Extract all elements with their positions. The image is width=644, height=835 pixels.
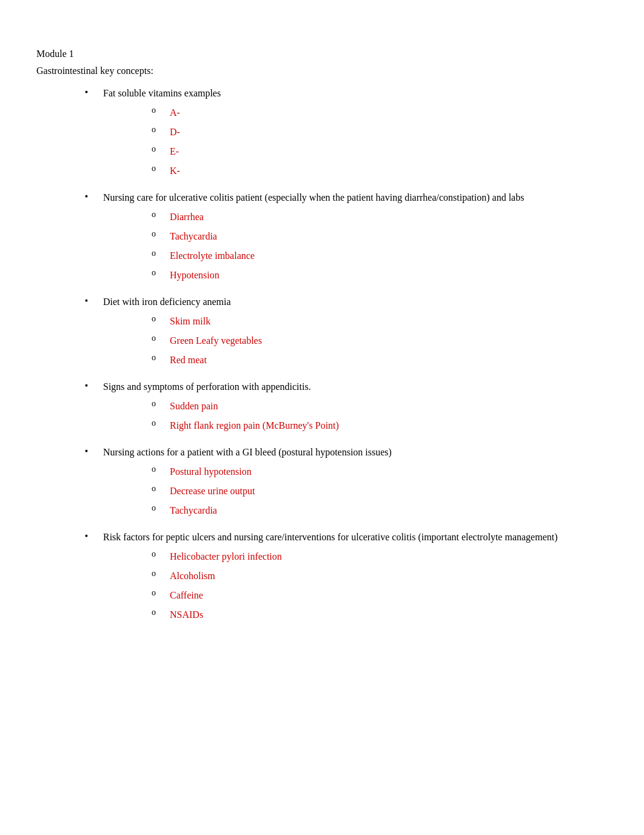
sub-item-skim-milk: oSkim milk — [152, 314, 262, 329]
sub-bullet-icon: o — [152, 353, 164, 363]
bullet-symbol: ▪ — [85, 192, 97, 201]
sub-item-helicobacter: oHelicobacter pylori infection — [152, 549, 558, 564]
module-title: Module 1 — [36, 49, 608, 59]
sub-item-decrease-urine: oDecrease urine output — [152, 484, 392, 498]
sub-text-helicobacter: Helicobacter pylori infection — [170, 549, 282, 564]
sub-text-skim-milk: Skim milk — [170, 314, 210, 329]
sub-bullet-icon: o — [152, 210, 164, 220]
sub-text-postural-hypotension: Postural hypotension — [170, 464, 252, 479]
sub-item-nsaids: oNSAIDs — [152, 608, 558, 622]
sub-bullet-icon: o — [152, 588, 164, 598]
bullet-text-nursing-care-ulcerative: Nursing care for ulcerative colitis pati… — [103, 192, 524, 203]
bullet-item-nursing-gi-bleed: ▪Nursing actions for a patient with a GI… — [85, 445, 608, 523]
sub-item-vitamin-e: oE- — [152, 144, 221, 159]
sub-bullet-icon: o — [152, 106, 164, 115]
bullet-item-nursing-care-ulcerative: ▪Nursing care for ulcerative colitis pat… — [85, 190, 608, 287]
sub-text-green-leafy: Green Leafy vegetables — [170, 334, 262, 348]
sub-list-signs-appendicitis: oSudden painoRight flank region pain (Mc… — [152, 399, 339, 433]
bullet-item-risk-peptic: ▪Risk factors for peptic ulcers and nurs… — [85, 530, 608, 627]
sub-text-tachycardia-1: Tachycardia — [170, 229, 217, 244]
sub-item-tachycardia-2: oTachycardia — [152, 503, 392, 518]
sub-bullet-icon: o — [152, 549, 164, 559]
sub-bullet-icon: o — [152, 484, 164, 494]
sub-text-hypotension: Hypotension — [170, 268, 220, 283]
sub-item-right-flank: oRight flank region pain (McBurney's Poi… — [152, 418, 339, 433]
sub-item-hypotension: oHypotension — [152, 268, 524, 283]
sub-text-diarrhea: Diarrhea — [170, 210, 204, 224]
bullet-text-diet-iron: Diet with iron deficiency anemia — [103, 297, 231, 307]
sub-bullet-icon: o — [152, 464, 164, 474]
sub-bullet-icon: o — [152, 334, 164, 343]
bullet-text-fat-soluble: Fat soluble vitamins examples — [103, 88, 221, 98]
sub-item-sudden-pain: oSudden pain — [152, 399, 339, 414]
sub-bullet-icon: o — [152, 418, 164, 428]
sub-item-diarrhea: oDiarrhea — [152, 210, 524, 224]
sub-item-vitamin-d: oD- — [152, 125, 221, 139]
sub-item-vitamin-a: oA- — [152, 106, 221, 120]
sub-item-electrolyte-imbalance: oElectrolyte imbalance — [152, 249, 524, 263]
sub-list-diet-iron: oSkim milkoGreen Leafy vegetablesoRed me… — [152, 314, 262, 367]
sub-list-nursing-care-ulcerative: oDiarrheaoTachycardiaoElectrolyte imbala… — [152, 210, 524, 283]
sub-bullet-icon: o — [152, 399, 164, 409]
sub-text-decrease-urine: Decrease urine output — [170, 484, 255, 498]
bullet-symbol: ▪ — [85, 446, 97, 456]
sub-text-vitamin-a: A- — [170, 106, 180, 120]
sub-bullet-icon: o — [152, 268, 164, 278]
bullet-item-diet-iron: ▪Diet with iron deficiency anemiaoSkim m… — [85, 295, 608, 372]
sub-item-vitamin-k: oK- — [152, 164, 221, 178]
bullet-item-signs-appendicitis: ▪Signs and symptoms of perforation with … — [85, 380, 608, 438]
bullet-symbol: ▪ — [85, 296, 97, 306]
sub-text-tachycardia-2: Tachycardia — [170, 503, 217, 518]
sub-item-postural-hypotension: oPostural hypotension — [152, 464, 392, 479]
bullet-symbol: ▪ — [85, 531, 97, 541]
sub-text-vitamin-k: K- — [170, 164, 180, 178]
sub-text-red-meat: Red meat — [170, 353, 207, 367]
sub-bullet-icon: o — [152, 164, 164, 173]
sub-bullet-icon: o — [152, 144, 164, 154]
content-area: ▪Fat soluble vitamins examplesoA-oD-oE-o… — [85, 86, 608, 627]
sub-item-red-meat: oRed meat — [152, 353, 262, 367]
sub-text-right-flank: Right flank region pain (McBurney's Poin… — [170, 418, 339, 433]
sub-bullet-icon: o — [152, 249, 164, 258]
sub-bullet-icon: o — [152, 229, 164, 239]
sub-item-tachycardia-1: oTachycardia — [152, 229, 524, 244]
sub-item-caffeine: oCaffeine — [152, 588, 558, 603]
bullet-text-risk-peptic: Risk factors for peptic ulcers and nursi… — [103, 532, 558, 542]
page-title: Gastrointestinal key concepts: — [36, 65, 608, 76]
bullet-text-signs-appendicitis: Signs and symptoms of perforation with a… — [103, 381, 311, 392]
sub-text-caffeine: Caffeine — [170, 588, 203, 603]
sub-bullet-icon: o — [152, 125, 164, 135]
sub-text-alcoholism: Alcoholism — [170, 569, 215, 583]
bullet-symbol: ▪ — [85, 87, 97, 97]
sub-item-green-leafy: oGreen Leafy vegetables — [152, 334, 262, 348]
sub-list-fat-soluble: oA-oD-oE-oK- — [152, 106, 221, 178]
sub-text-vitamin-d: D- — [170, 125, 180, 139]
bullet-item-fat-soluble: ▪Fat soluble vitamins examplesoA-oD-oE-o… — [85, 86, 608, 183]
sub-list-nursing-gi-bleed: oPostural hypotensionoDecrease urine out… — [152, 464, 392, 518]
sub-list-risk-peptic: oHelicobacter pylori infectionoAlcoholis… — [152, 549, 558, 622]
sub-bullet-icon: o — [152, 314, 164, 324]
sub-bullet-icon: o — [152, 503, 164, 513]
sub-text-electrolyte-imbalance: Electrolyte imbalance — [170, 249, 255, 263]
bullet-text-nursing-gi-bleed: Nursing actions for a patient with a GI … — [103, 447, 392, 457]
sub-text-nsaids: NSAIDs — [170, 608, 203, 622]
sub-item-alcoholism: oAlcoholism — [152, 569, 558, 583]
sub-bullet-icon: o — [152, 569, 164, 578]
sub-text-vitamin-e: E- — [170, 144, 179, 159]
sub-bullet-icon: o — [152, 608, 164, 617]
bullet-symbol: ▪ — [85, 381, 97, 391]
sub-text-sudden-pain: Sudden pain — [170, 399, 218, 414]
